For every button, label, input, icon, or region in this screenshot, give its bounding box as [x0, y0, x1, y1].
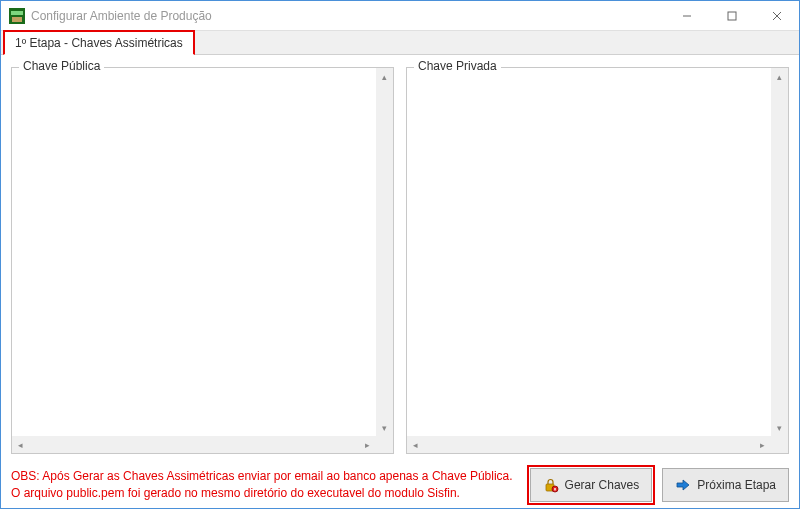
lock-key-icon	[543, 477, 559, 493]
svg-rect-9	[554, 488, 555, 491]
arrow-right-icon	[675, 477, 691, 493]
public-key-horizontal-scrollbar[interactable]: ◂ ▸	[12, 436, 376, 453]
private-key-label: Chave Privada	[414, 59, 501, 73]
private-key-horizontal-scrollbar[interactable]: ◂ ▸	[407, 436, 771, 453]
scroll-left-icon[interactable]: ◂	[12, 436, 29, 453]
scroll-up-icon[interactable]: ▴	[771, 68, 788, 85]
next-step-button[interactable]: Próxima Etapa	[662, 468, 789, 502]
app-icon	[9, 8, 25, 24]
titlebar: Configurar Ambiente de Produção	[1, 1, 799, 31]
public-key-box: ▴ ▾ ◂ ▸	[11, 67, 394, 454]
scroll-down-icon[interactable]: ▾	[376, 419, 393, 436]
footer-row: OBS: Após Gerar as Chaves Assimétricas e…	[11, 468, 789, 502]
scrollbar-corner	[771, 436, 788, 453]
obs-line-1: OBS: Após Gerar as Chaves Assimétricas e…	[11, 468, 520, 485]
close-button[interactable]	[754, 1, 799, 30]
tabs-row: 1º Etapa - Chaves Assimétricas	[1, 31, 799, 55]
maximize-button[interactable]	[709, 1, 754, 30]
panels-row: Chave Pública ▴ ▾ ◂ ▸ Chave Priv	[11, 61, 789, 454]
generate-keys-button[interactable]: Gerar Chaves	[530, 468, 653, 502]
obs-line-2: O arquivo public.pem foi gerado no mesmo…	[11, 485, 520, 502]
minimize-button[interactable]	[664, 1, 709, 30]
public-key-panel: Chave Pública ▴ ▾ ◂ ▸	[11, 61, 394, 454]
private-key-panel: Chave Privada ▴ ▾ ◂ ▸	[406, 61, 789, 454]
content-area: Chave Pública ▴ ▾ ◂ ▸ Chave Priv	[1, 55, 799, 508]
scrollbar-corner	[376, 436, 393, 453]
svg-rect-2	[12, 17, 22, 22]
private-key-box: ▴ ▾ ◂ ▸	[406, 67, 789, 454]
scroll-down-icon[interactable]: ▾	[771, 419, 788, 436]
scroll-right-icon[interactable]: ▸	[359, 436, 376, 453]
tab-label: 1º Etapa - Chaves Assimétricas	[15, 36, 183, 50]
svg-rect-4	[728, 12, 736, 20]
scroll-left-icon[interactable]: ◂	[407, 436, 424, 453]
tab-step-1[interactable]: 1º Etapa - Chaves Assimétricas	[3, 30, 195, 55]
scroll-up-icon[interactable]: ▴	[376, 68, 393, 85]
window-title: Configurar Ambiente de Produção	[31, 9, 664, 23]
public-key-label: Chave Pública	[19, 59, 104, 73]
private-key-textarea[interactable]	[407, 68, 771, 436]
public-key-vertical-scrollbar[interactable]: ▴ ▾	[376, 68, 393, 436]
window-controls	[664, 1, 799, 30]
obs-note: OBS: Após Gerar as Chaves Assimétricas e…	[11, 468, 520, 502]
public-key-textarea[interactable]	[12, 68, 376, 436]
next-step-label: Próxima Etapa	[697, 478, 776, 492]
svg-rect-1	[11, 11, 23, 15]
generate-keys-label: Gerar Chaves	[565, 478, 640, 492]
private-key-vertical-scrollbar[interactable]: ▴ ▾	[771, 68, 788, 436]
scroll-right-icon[interactable]: ▸	[754, 436, 771, 453]
